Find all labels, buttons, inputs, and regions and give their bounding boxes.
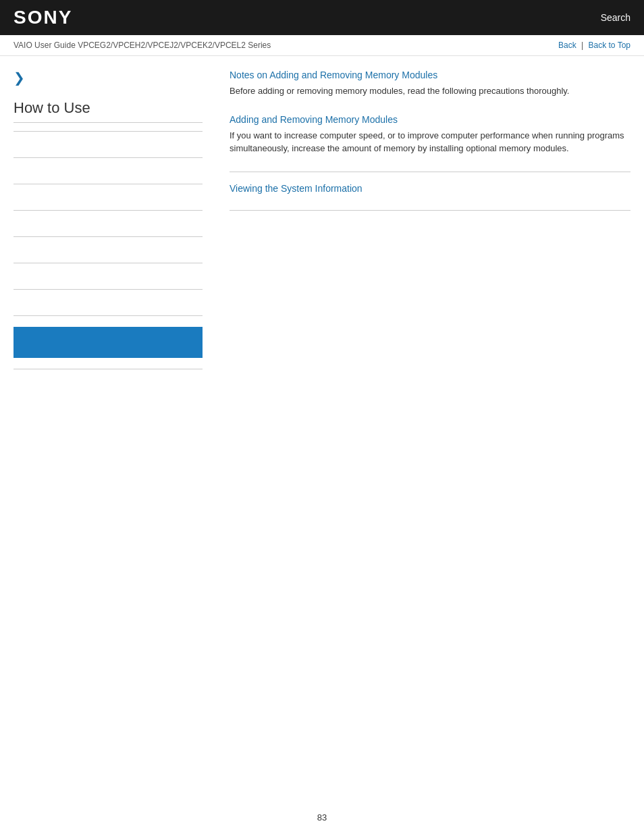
sidebar-divider-6 xyxy=(14,263,203,263)
separator: | xyxy=(581,41,585,50)
content-area: Notes on Adding and Removing Memory Modu… xyxy=(216,70,630,785)
back-link[interactable]: Back xyxy=(558,41,576,50)
sidebar-divider-8 xyxy=(14,315,203,316)
content-section-2: Adding and Removing Memory Modules If yo… xyxy=(230,114,630,155)
sony-logo: SONY xyxy=(14,7,72,28)
sidebar-divider-2 xyxy=(14,157,203,158)
content-divider-1 xyxy=(230,172,630,172)
sidebar-item-5 xyxy=(14,245,203,255)
content-section-1: Notes on Adding and Removing Memory Modu… xyxy=(230,70,630,98)
sidebar-divider-4 xyxy=(14,210,203,211)
content-section-3: Viewing the System Information xyxy=(230,183,630,194)
sidebar-blue-box[interactable] xyxy=(14,327,203,358)
sidebar-arrow[interactable]: ❯ xyxy=(14,70,203,86)
back-to-top-text: Back to Top xyxy=(589,41,630,50)
back-to-top-link[interactable]: Back to Top xyxy=(589,41,630,50)
viewing-system-link[interactable]: Viewing the System Information xyxy=(230,183,630,194)
sidebar-title: How to Use xyxy=(14,99,203,123)
nav-bar: VAIO User Guide VPCEG2/VPCEH2/VPCEJ2/VPC… xyxy=(0,35,644,56)
notes-text: Before adding or removing memory modules… xyxy=(230,84,630,98)
main-container: ❯ How to Use Notes on Adding and Removin… xyxy=(0,56,644,799)
sidebar-divider-5 xyxy=(14,236,203,237)
sidebar: ❯ How to Use xyxy=(14,70,216,785)
adding-removing-link[interactable]: Adding and Removing Memory Modules xyxy=(230,114,630,125)
sidebar-item-7 xyxy=(14,298,203,307)
nav-title: VAIO User Guide VPCEG2/VPCEH2/VPCEJ2/VPC… xyxy=(14,41,271,50)
sidebar-item-2 xyxy=(14,166,203,176)
sidebar-item-6 xyxy=(14,271,203,281)
sidebar-item-3 xyxy=(14,192,203,202)
sidebar-divider-1 xyxy=(14,131,203,132)
sidebar-item-1 xyxy=(14,140,203,149)
page-number: 83 xyxy=(0,799,644,834)
sidebar-divider-9 xyxy=(14,369,203,369)
adding-removing-text: If you want to increase computer speed, … xyxy=(230,129,630,155)
sidebar-item-4 xyxy=(14,219,203,228)
sidebar-divider-7 xyxy=(14,289,203,290)
nav-links: Back | Back to Top xyxy=(558,41,630,50)
header: SONY Search xyxy=(0,0,644,35)
sidebar-divider-3 xyxy=(14,184,203,184)
search-button[interactable]: Search xyxy=(601,12,630,23)
notes-link[interactable]: Notes on Adding and Removing Memory Modu… xyxy=(230,70,630,80)
content-divider-2 xyxy=(230,210,630,211)
